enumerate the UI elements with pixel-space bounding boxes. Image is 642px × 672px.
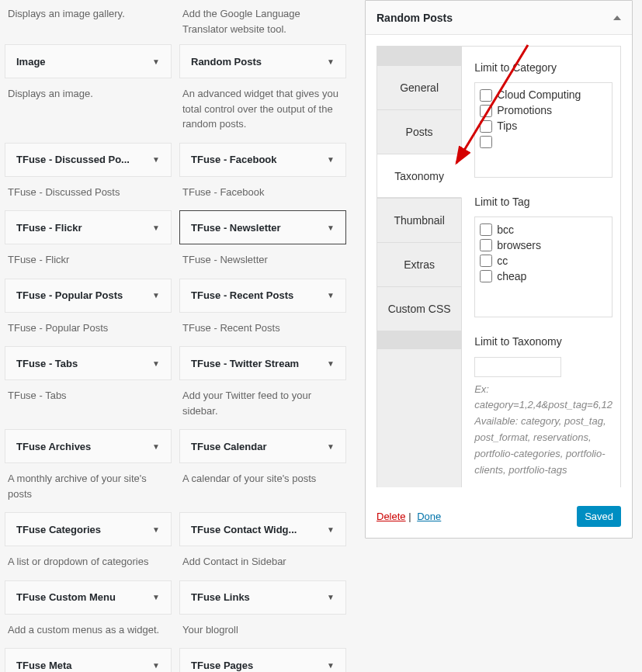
tag-label: browsers bbox=[497, 240, 541, 251]
widget-title: TFuse - Tabs bbox=[16, 358, 78, 369]
tag-item[interactable]: cc bbox=[477, 253, 609, 268]
widget-item[interactable]: TFuse - Newsletter▼ bbox=[179, 210, 346, 244]
widget-item[interactable]: TFuse Links▼ bbox=[179, 580, 346, 615]
tab-taxonomy[interactable]: Taxonomy bbox=[377, 154, 462, 198]
widget-title: TFuse - Facebook bbox=[191, 154, 277, 165]
category-item[interactable] bbox=[477, 134, 609, 150]
category-item[interactable]: Promotions bbox=[477, 103, 609, 119]
widget-title: TFuse Categories bbox=[16, 524, 101, 535]
category-checkbox[interactable] bbox=[480, 105, 492, 117]
tab-panel-taxonomy: Limit to Category Cloud ComputingPromoti… bbox=[462, 47, 620, 487]
chevron-down-icon: ▼ bbox=[152, 359, 160, 368]
widget-title: Random Posts bbox=[191, 56, 262, 68]
tab-posts[interactable]: Posts bbox=[377, 109, 461, 154]
chevron-down-icon: ▼ bbox=[152, 291, 160, 300]
tag-checkbox[interactable] bbox=[480, 255, 492, 267]
chevron-down-icon: ▼ bbox=[327, 155, 335, 164]
category-label: Promotions bbox=[497, 105, 552, 116]
widget-description: TFuse - Flickr bbox=[5, 244, 172, 279]
widget-title: TFuse Links bbox=[191, 591, 250, 603]
widget-description: TFuse - Popular Posts bbox=[5, 313, 172, 347]
widget-description: TFuse - Newsletter bbox=[179, 244, 346, 279]
widget-editor-footer: Delete | Done Saved bbox=[366, 506, 632, 538]
widget-item[interactable]: Image▼ bbox=[5, 44, 172, 78]
widget-description: TFuse - Facebook bbox=[179, 177, 346, 211]
limit-tag-list[interactable]: bccbrowserscccheap bbox=[474, 216, 613, 317]
tab-custom-css[interactable]: Custom CSS bbox=[377, 286, 461, 331]
widget-item[interactable]: TFuse - Flickr▼ bbox=[5, 210, 172, 244]
widget-description: Your blogroll bbox=[179, 615, 346, 649]
chevron-down-icon: ▼ bbox=[152, 661, 160, 670]
tab-thumbnail[interactable]: Thumbnail bbox=[377, 198, 461, 242]
widget-title: TFuse - Recent Posts bbox=[191, 289, 293, 301]
tag-checkbox[interactable] bbox=[480, 239, 492, 251]
tab-bottom-spacer bbox=[377, 331, 461, 349]
chevron-down-icon: ▼ bbox=[327, 359, 335, 368]
tag-item[interactable]: cheap bbox=[477, 268, 609, 284]
tab-extras[interactable]: Extras bbox=[377, 242, 461, 286]
limit-taxonomy-input[interactable] bbox=[474, 357, 561, 377]
widget-description: A list or dropdown of categories bbox=[5, 546, 172, 580]
widget-description: Displays an image gallery. bbox=[5, 0, 172, 29]
limit-category-list[interactable]: Cloud ComputingPromotionsTips bbox=[474, 82, 613, 178]
widget-title: Image bbox=[16, 56, 46, 68]
chevron-down-icon: ▼ bbox=[327, 661, 335, 670]
done-link[interactable]: Done bbox=[417, 511, 441, 522]
widget-description: An advanced widget that gives you total … bbox=[179, 78, 346, 143]
tag-checkbox[interactable] bbox=[480, 223, 492, 236]
limit-category-label: Limit to Category bbox=[474, 61, 613, 74]
tag-checkbox[interactable] bbox=[480, 270, 492, 282]
widget-editor-title: Random Posts bbox=[377, 12, 453, 24]
widget-item[interactable]: TFuse Meta▼ bbox=[5, 648, 172, 672]
widget-description: A calendar of your site's posts bbox=[179, 463, 346, 497]
tab-top-spacer bbox=[377, 47, 461, 65]
chevron-down-icon: ▼ bbox=[327, 291, 335, 300]
widget-item[interactable]: TFuse Custom Menu▼ bbox=[5, 580, 172, 615]
widget-item[interactable]: TFuse - Facebook▼ bbox=[179, 143, 346, 177]
widget-item[interactable]: TFuse Archives▼ bbox=[5, 429, 172, 463]
category-checkbox[interactable] bbox=[480, 120, 492, 133]
category-item[interactable]: Tips bbox=[477, 119, 609, 134]
widget-title: TFuse - Newsletter bbox=[191, 222, 281, 234]
available-widgets-column: Displays an image gallery.Add the Google… bbox=[0, 0, 357, 672]
widget-item[interactable]: TFuse Categories▼ bbox=[5, 512, 172, 546]
widget-editor-header[interactable]: Random Posts bbox=[366, 1, 632, 35]
widget-item[interactable]: Random Posts▼ bbox=[179, 44, 346, 78]
tag-label: cc bbox=[497, 255, 508, 267]
widget-title: TFuse - Flickr bbox=[16, 222, 82, 234]
save-button[interactable]: Saved bbox=[577, 506, 621, 527]
widget-item[interactable]: TFuse Pages▼ bbox=[179, 648, 346, 672]
category-checkbox[interactable] bbox=[480, 136, 492, 148]
category-label: Tips bbox=[497, 120, 517, 132]
widget-item[interactable]: TFuse - Discussed Po...▼ bbox=[5, 143, 172, 177]
widget-tabs: GeneralPostsTaxonomyThumbnailExtrasCusto… bbox=[377, 46, 621, 487]
chevron-down-icon: ▼ bbox=[152, 593, 160, 601]
category-item[interactable]: Cloud Computing bbox=[477, 88, 609, 103]
chevron-down-icon: ▼ bbox=[327, 223, 335, 232]
limit-taxonomy-label: Limit to Taxonomy bbox=[474, 334, 613, 348]
limit-taxonomy-example: Ex: category=1,2,4&post_tag=6,12 bbox=[474, 382, 613, 414]
tab-general[interactable]: General bbox=[377, 65, 461, 109]
widget-title: TFuse Custom Menu bbox=[16, 591, 116, 603]
tag-item[interactable]: bcc bbox=[477, 222, 609, 237]
widget-title: TFuse Meta bbox=[16, 660, 72, 671]
limit-tag-label: Limit to Tag bbox=[474, 195, 613, 209]
widget-description: Add your Twitter feed to your sidebar. bbox=[179, 380, 346, 429]
widget-title: TFuse Calendar bbox=[191, 441, 267, 452]
chevron-down-icon: ▼ bbox=[152, 223, 160, 232]
chevron-down-icon: ▼ bbox=[152, 442, 160, 451]
widget-item[interactable]: TFuse - Tabs▼ bbox=[5, 346, 172, 380]
widget-item[interactable]: TFuse - Popular Posts▼ bbox=[5, 279, 172, 313]
widget-item[interactable]: TFuse - Twitter Stream▼ bbox=[179, 346, 346, 380]
widget-item[interactable]: TFuse Calendar▼ bbox=[179, 429, 346, 463]
widget-description: Add the Google Language Translator websi… bbox=[179, 0, 346, 44]
widget-item[interactable]: TFuse - Recent Posts▼ bbox=[179, 279, 346, 313]
chevron-down-icon: ▼ bbox=[327, 593, 335, 601]
widget-description: TFuse - Recent Posts bbox=[179, 313, 346, 347]
category-checkbox[interactable] bbox=[480, 89, 492, 102]
widget-description: TFuse - Tabs bbox=[5, 380, 172, 414]
tag-item[interactable]: browsers bbox=[477, 237, 609, 253]
delete-link[interactable]: Delete bbox=[377, 511, 406, 522]
widget-item[interactable]: TFuse Contact Widg...▼ bbox=[179, 512, 346, 546]
widget-title: TFuse Contact Widg... bbox=[191, 524, 297, 535]
